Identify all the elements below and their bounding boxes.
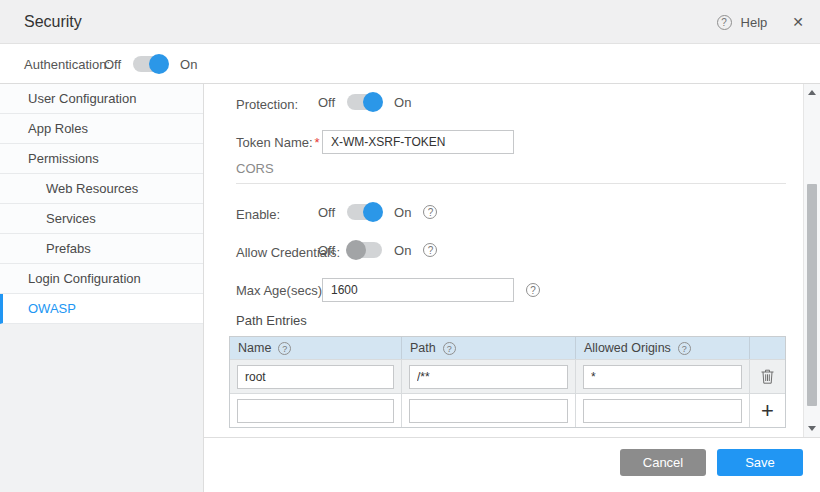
authentication-toggle-group: Off On (104, 44, 197, 84)
off-label: Off (104, 57, 121, 72)
column-header-name: Name ? (230, 337, 402, 359)
scrollbar-thumb[interactable] (807, 184, 817, 406)
sidebar-item-prefabs[interactable]: Prefabs (0, 234, 203, 264)
column-label: Path (410, 341, 436, 355)
allow-credentials-toggle-group: Off On ? (318, 242, 437, 258)
sidebar: User Configuration App Roles Permissions… (0, 84, 204, 492)
cors-section-title: CORS (236, 161, 274, 176)
table-new-row: + (230, 393, 785, 427)
scroll-up-arrow-icon[interactable] (808, 90, 816, 95)
cancel-button[interactable]: Cancel (620, 449, 706, 476)
max-age-input[interactable] (322, 278, 514, 302)
off-label: Off (318, 95, 335, 110)
owasp-settings-panel: Protection: Off On Token Name:* CORS Ena… (204, 84, 803, 437)
allowed-origins-cell (576, 360, 750, 393)
path-cell (402, 394, 576, 427)
authentication-label: Authentication: (24, 57, 110, 72)
dialog-footer: Cancel Save (204, 437, 820, 492)
off-label: Off (318, 205, 335, 220)
column-header-allowed-origins: Allowed Origins ? (576, 337, 750, 359)
new-path-input[interactable] (409, 399, 568, 423)
toggle-knob (363, 202, 383, 222)
protection-label: Protection: (236, 97, 298, 112)
sidebar-item-permissions[interactable]: Permissions (0, 144, 203, 174)
enable-toggle-group: Off On ? (318, 204, 437, 220)
plus-icon: + (761, 401, 774, 421)
max-age-help-icon[interactable]: ? (526, 283, 540, 297)
row-path-input[interactable] (409, 365, 568, 389)
scroll-down-arrow-icon[interactable] (808, 426, 816, 431)
max-age-label: Max Age(secs):* (236, 283, 333, 298)
token-name-input[interactable] (322, 130, 514, 154)
enable-label: Enable: (236, 207, 280, 222)
help-icon[interactable]: ? (717, 15, 732, 30)
column-header-actions (750, 337, 785, 359)
allow-credentials-toggle[interactable] (347, 242, 382, 258)
authentication-bar: Authentication: Off On (0, 44, 820, 84)
path-entries-title: Path Entries (236, 313, 307, 328)
close-icon[interactable]: ✕ (792, 14, 804, 30)
on-label: On (394, 205, 411, 220)
sidebar-item-login-configuration[interactable]: Login Configuration (0, 264, 203, 294)
path-help-icon[interactable]: ? (443, 342, 456, 355)
help-link[interactable]: Help (741, 15, 768, 30)
sidebar-item-owasp[interactable]: OWASP (0, 294, 203, 324)
table-row (230, 359, 785, 393)
name-cell (230, 394, 402, 427)
toggle-knob (149, 54, 169, 74)
token-name-label: Token Name:* (236, 135, 320, 150)
section-divider (236, 183, 786, 184)
delete-row-button[interactable] (750, 360, 785, 393)
sidebar-item-user-configuration[interactable]: User Configuration (0, 84, 203, 114)
on-label: On (180, 57, 197, 72)
page-title: Security (24, 13, 82, 31)
new-allowed-origins-input[interactable] (583, 399, 742, 423)
new-name-input[interactable] (237, 399, 394, 423)
enable-toggle[interactable] (347, 204, 382, 220)
path-entries-table: Name ? Path ? Allowed Origins ? (229, 336, 786, 428)
save-button[interactable]: Save (717, 449, 803, 476)
header-actions: ? Help ✕ (717, 0, 804, 44)
on-label: On (394, 95, 411, 110)
security-dialog: Security ? Help ✕ Authentication: Off On… (0, 0, 820, 492)
required-marker: * (315, 135, 320, 150)
column-label: Name (238, 341, 271, 355)
sidebar-item-app-roles[interactable]: App Roles (0, 114, 203, 144)
dialog-header: Security ? Help ✕ (0, 0, 820, 44)
add-row-button[interactable]: + (750, 394, 785, 427)
row-allowed-origins-input[interactable] (583, 365, 742, 389)
on-label: On (394, 243, 411, 258)
sidebar-item-web-resources[interactable]: Web Resources (0, 174, 203, 204)
protection-toggle[interactable] (347, 94, 382, 110)
allowed-origins-cell (576, 394, 750, 427)
protection-toggle-group: Off On (318, 94, 411, 110)
row-name-input[interactable] (237, 365, 394, 389)
authentication-toggle[interactable] (133, 56, 168, 72)
name-help-icon[interactable]: ? (278, 342, 291, 355)
column-header-path: Path ? (402, 337, 576, 359)
allow-credentials-help-icon[interactable]: ? (423, 243, 437, 257)
toggle-knob (363, 92, 383, 112)
allowed-origins-help-icon[interactable]: ? (678, 342, 691, 355)
vertical-scrollbar[interactable] (803, 84, 820, 437)
table-header-row: Name ? Path ? Allowed Origins ? (230, 337, 785, 359)
sidebar-item-services[interactable]: Services (0, 204, 203, 234)
name-cell (230, 360, 402, 393)
toggle-knob (346, 240, 366, 260)
off-label: Off (318, 243, 335, 258)
column-label: Allowed Origins (584, 341, 671, 355)
trash-icon (761, 369, 774, 384)
path-cell (402, 360, 576, 393)
enable-help-icon[interactable]: ? (423, 205, 437, 219)
